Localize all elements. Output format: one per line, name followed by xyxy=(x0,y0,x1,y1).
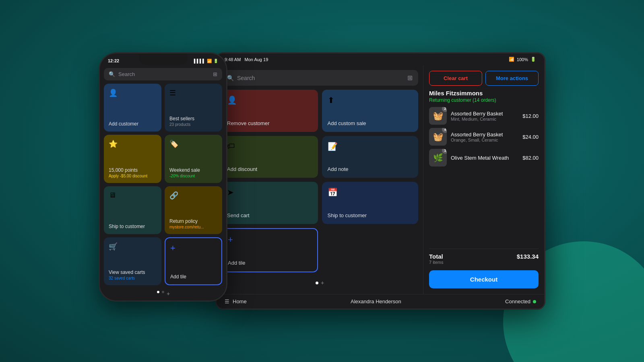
cart-item-2-image: 🧺 4 xyxy=(429,128,447,146)
cart-item-3-info: Olive Stem Metal Wreath xyxy=(451,155,518,161)
phone-tile-best-sellers-icon: ☰ xyxy=(169,88,217,97)
phone-time: 12:22 xyxy=(108,58,119,63)
phone-tile-best-sellers-label: Best sellers xyxy=(169,116,217,121)
tablet-connected-label: Connected xyxy=(505,298,530,304)
phone-tile-saved-carts-label: View saved carts xyxy=(109,269,157,275)
phone-tile-add-icon: + xyxy=(170,243,217,253)
customer-section: Miles Fitzsimmons Returning customer (14… xyxy=(429,90,539,103)
cart-item-1-info: Assorted Berry Basket Mint, Medium, Cera… xyxy=(451,111,518,121)
cart-total-label: Total xyxy=(429,253,443,260)
tablet-tile-custom-sale-icon: ⬆ xyxy=(328,95,413,105)
phone-tile-ship-icon: 🖥 xyxy=(109,191,157,200)
phone-battery-icon: 🔋 xyxy=(213,59,218,63)
phone-tile-add-customer-icon: 👤 xyxy=(109,88,157,97)
checkout-button[interactable]: Checkout xyxy=(429,270,539,288)
clear-cart-button[interactable]: Clear cart xyxy=(429,71,482,86)
tablet-tile-remove-icon: 👤 xyxy=(227,95,312,105)
tablet-home-label: Home xyxy=(233,298,247,304)
tablet-scan-icon: ⊞ xyxy=(407,74,413,82)
tablet-search-bar[interactable]: 🔍 Search ⊞ xyxy=(221,70,418,86)
phone-dot-2 xyxy=(162,291,164,293)
tablet-tile-note-icon: 📝 xyxy=(328,142,413,151)
phone-scan-icon: ⊞ xyxy=(213,71,217,77)
tablet-tile-remove-label: Remove customer xyxy=(227,120,312,126)
cart-item-1-image: 🧺 2 xyxy=(429,107,447,125)
tablet-tile-send-cart-label: Send cart xyxy=(227,212,312,218)
tablet-tile-add-discount[interactable]: 🏷 Add discount xyxy=(221,136,318,178)
phone-search-icon: 🔍 xyxy=(109,71,115,77)
customer-status: Returning customer (14 orders) xyxy=(429,97,539,103)
cart-total-amount: $133.34 xyxy=(517,253,539,260)
phone-search-bar[interactable]: 🔍 Search ⊞ xyxy=(104,68,222,80)
phone-tile-weekend-sale[interactable]: 🏷️ Weekend sale -20% discount xyxy=(165,135,222,183)
tablet-dot-add[interactable]: + xyxy=(321,280,324,286)
phone-tile-saved-carts[interactable]: 🛒 View saved carts 32 saved carts xyxy=(104,237,161,285)
tablet-tile-send-cart[interactable]: ➤ Send cart xyxy=(221,182,318,224)
tablet-tile-ship-icon: 📅 xyxy=(328,187,413,197)
phone-status-icons: ▌▌▌▌ 📶 🔋 xyxy=(194,59,218,63)
tablet-tile-note-label: Add note xyxy=(328,166,413,172)
tablet-tile-ship-label: Ship to customer xyxy=(328,212,413,218)
cart-item-2-variant: Orange, Small, Ceramic xyxy=(451,138,518,142)
phone-tile-return-sub: mystore.com/retu... xyxy=(169,225,217,229)
tablet-home-menu[interactable]: ☰ Home xyxy=(225,298,247,304)
phone-dot-1 xyxy=(157,291,159,293)
tablet-dot-1 xyxy=(316,282,318,284)
phone-tile-return-icon: 🔗 xyxy=(169,191,217,200)
tablet-connection-status: Connected xyxy=(505,298,536,304)
tablet-tile-add-tile[interactable]: + Add tile xyxy=(221,228,318,273)
tablet-tile-discount-label: Add discount xyxy=(227,166,312,172)
phone-pagination: + xyxy=(104,288,222,297)
cart-items-count: 7 items xyxy=(429,260,443,265)
phone-tile-weekend-sale-sub: -20% discount xyxy=(169,174,217,178)
phone-tile-add-label: Add tile xyxy=(170,274,217,280)
tablet-tile-add-icon: + xyxy=(228,234,312,245)
phone-tile-saved-carts-sub: 32 saved carts xyxy=(109,276,157,280)
tablet-user-name: Alexandra Henderson xyxy=(351,298,401,304)
cart-item-2-name: Assorted Berry Basket xyxy=(451,132,518,138)
tablet-left-panel: 🔍 Search ⊞ 👤 Remove customer xyxy=(217,65,423,294)
tablet-tile-grid: 👤 Remove customer ⬆ Add custom sale 🏷 Ad… xyxy=(221,90,418,272)
tablet-tile-discount-icon: 🏷 xyxy=(227,142,312,151)
phone-search-text: Search xyxy=(118,71,135,77)
tablet-time: 9:48 AM Mon Aug 19 xyxy=(225,57,268,62)
phone-tile-return-policy[interactable]: 🔗 Return policy mystore.com/retu... xyxy=(165,186,222,234)
phone-dot-add[interactable]: + xyxy=(167,291,169,293)
cart-total-row: Total 7 items $133.34 xyxy=(429,253,539,265)
phone-tile-best-sellers-sub: 23 products xyxy=(169,122,217,127)
cart-item-1-price: $12.00 xyxy=(522,113,539,119)
cart-item-3-badge: 1 xyxy=(442,149,447,154)
tablet-main: 🔍 Search ⊞ 👤 Remove customer xyxy=(217,65,544,294)
phone-tile-add-tile[interactable]: + Add tile xyxy=(165,237,222,285)
phone-tile-ship-label: Ship to customer xyxy=(109,224,157,229)
cart-item-2: 🧺 4 Assorted Berry Basket Orange, Small,… xyxy=(429,128,539,146)
cart-item-3: 🌿 1 Olive Stem Metal Wreath $82.00 xyxy=(429,149,539,167)
phone-tile-add-customer[interactable]: 👤 Add customer xyxy=(104,84,161,132)
phone-tile-points[interactable]: ⭐ 15,000 points Apply -$5.00 discount xyxy=(104,135,161,183)
more-actions-button[interactable]: More actions xyxy=(485,71,539,86)
tablet-screen: 9:48 AM Mon Aug 19 📶 100% 🔋 🔍 Search xyxy=(217,53,544,309)
devices-container: 12:22 ▌▌▌▌ 📶 🔋 🔍 Search ⊞ xyxy=(99,52,545,310)
cart-item-1-variant: Mint, Medium, Ceramic xyxy=(451,117,518,121)
cart-total-label-group: Total 7 items xyxy=(429,253,443,265)
cart-total-section: Total 7 items $133.34 xyxy=(429,249,539,265)
tablet-tile-add-custom-sale[interactable]: ⬆ Add custom sale xyxy=(322,90,419,132)
tablet-tile-add-label: Add tile xyxy=(228,260,312,266)
phone-signal-icon: ▌▌▌▌ xyxy=(194,59,205,63)
tablet-status-icons: 📶 100% 🔋 xyxy=(509,57,536,62)
phone-tile-grid: 👤 Add customer ☰ Best sellers 23 product… xyxy=(104,84,222,285)
phone-tile-best-sellers[interactable]: ☰ Best sellers 23 products xyxy=(165,84,222,132)
phone-tile-weekend-sale-label: Weekend sale xyxy=(169,167,217,173)
cart-item-3-name: Olive Stem Metal Wreath xyxy=(451,155,518,161)
tablet-tile-send-cart-icon: ➤ xyxy=(227,187,312,197)
tablet-bottom-bar: ☰ Home Alexandra Henderson Connected xyxy=(217,294,544,309)
phone-tile-ship-to-customer[interactable]: 🖥 Ship to customer xyxy=(104,186,161,234)
phone-tile-points-label: 15,000 points xyxy=(109,167,157,173)
cart-item-2-info: Assorted Berry Basket Orange, Small, Cer… xyxy=(451,132,518,142)
tablet-tile-ship-to-customer[interactable]: 📅 Ship to customer xyxy=(322,182,419,224)
tablet-tile-remove-customer[interactable]: 👤 Remove customer xyxy=(221,90,318,132)
cart-actions: Clear cart More actions xyxy=(429,71,539,86)
tablet-tile-add-note[interactable]: 📝 Add note xyxy=(322,136,419,178)
tablet-tile-custom-sale-label: Add custom sale xyxy=(328,120,413,126)
phone-content: 🔍 Search ⊞ 👤 Add customer ☰ xyxy=(100,65,226,300)
